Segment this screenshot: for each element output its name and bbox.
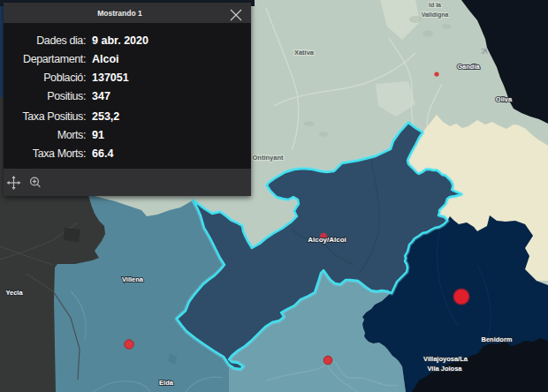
svg-text:Alcoy/Alcoi: Alcoy/Alcoi bbox=[308, 236, 346, 244]
svg-text:Xàtiva: Xàtiva bbox=[294, 49, 315, 57]
svg-text:ld la: ld la bbox=[429, 2, 441, 8]
svg-text:Ontinyant: Ontinyant bbox=[253, 154, 285, 162]
svg-text:Yecla: Yecla bbox=[5, 289, 23, 297]
svg-text:Vila Joiosa: Vila Joiosa bbox=[427, 365, 462, 373]
svg-text:Gandia: Gandia bbox=[457, 63, 480, 71]
svg-text:Villena: Villena bbox=[122, 275, 144, 283]
svg-text:Valldigna: Valldigna bbox=[422, 11, 449, 19]
svg-text:Elda: Elda bbox=[159, 379, 174, 387]
svg-text:Villajoyosa/La: Villajoyosa/La bbox=[423, 355, 468, 363]
svg-text:Oliva: Oliva bbox=[496, 95, 513, 103]
svg-text:Benidorm: Benidorm bbox=[481, 335, 512, 343]
